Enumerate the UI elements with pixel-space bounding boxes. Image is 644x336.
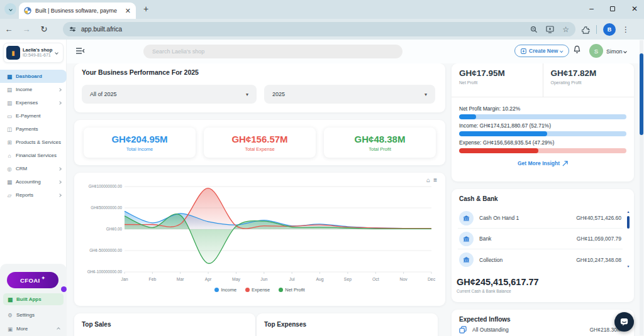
app-window: ▮ Laelia's shop ID:549-81-671 ▦Dashboard… [0, 40, 644, 336]
sidebar-item-more[interactable]: ▣More [3, 323, 64, 335]
app-header: Create New S Simon [67, 40, 644, 63]
expense-bar [459, 148, 626, 153]
total-income-value: GH¢204.95M [111, 134, 167, 144]
cash-bank-total-label: Current Cash & Bank Balance [457, 289, 539, 293]
cash-list-scrollbar[interactable]: ▲ ▼ [626, 210, 630, 268]
svg-text:Mar: Mar [177, 277, 184, 281]
sidebar: ▮ Laelia's shop ID:549-81-671 ▦Dashboard… [0, 40, 67, 336]
svg-text:Sep: Sep [344, 277, 352, 282]
operating-profit-block: GH¢17.82M Operating Profit [543, 63, 635, 97]
sidebar-item-financial-services[interactable]: ⌂Financial Services [0, 149, 67, 162]
sidebar-item-label: Settings [16, 312, 35, 318]
legend-item[interactable]: Expense [245, 287, 270, 293]
chevron-down-icon [9, 8, 13, 11]
zoom-icon[interactable] [530, 26, 538, 33]
page-scrollbar[interactable] [640, 40, 643, 335]
chat-widget-button[interactable] [614, 312, 634, 332]
sidebar-item-label: Expenses [16, 100, 38, 106]
expense-bar-label: Expense: GH¢156,568,935.54 (47.29%) [459, 139, 626, 146]
period-select-value: All of 2025 [90, 91, 117, 97]
window-minimize-button[interactable]: – [589, 5, 594, 13]
sidebar-item-dashboard[interactable]: ▦Dashboard [0, 70, 67, 83]
sidebar-item-built-apps[interactable]: ▦Built Apps [3, 293, 64, 305]
inflow-name: All Outstanding [472, 327, 509, 333]
shop-switcher[interactable]: ▮ Laelia's shop ID:549-81-671 [3, 43, 64, 63]
collapse-sidebar-icon[interactable] [75, 47, 85, 55]
sidebar-item-payments[interactable]: ◫Payments [0, 122, 67, 136]
scroll-down-icon[interactable]: ▼ [627, 265, 630, 268]
window-maximize-button[interactable] [610, 6, 615, 11]
install-app-icon[interactable] [546, 26, 554, 33]
page-title: Your Business Performance For 2025 [82, 68, 199, 76]
svg-text:GH¢100000000.00: GH¢100000000.00 [89, 184, 123, 188]
forward-button[interactable]: → [18, 24, 35, 34]
cash-account-row[interactable]: Bank GH¢11,059,007.79 [458, 229, 623, 249]
tab-title: Built | Business software, payme [35, 8, 117, 14]
cash-bank-card: Cash & Bank Cash On Hand 1 GH¢40,571,426… [452, 189, 634, 302]
top-sales-card: Top Sales [74, 313, 255, 336]
legend-item[interactable]: Net Profit [279, 287, 304, 293]
expected-inflow-row[interactable]: All Outstanding GH¢218.30M [459, 326, 621, 333]
top-sales-title: Top Sales [82, 321, 111, 328]
sidebar-item-income[interactable]: ▤Income [0, 83, 67, 96]
svg-text:GH¢0.00: GH¢0.00 [106, 227, 123, 231]
new-tab-button[interactable]: + [143, 4, 148, 14]
net-profit-margin-label: Net Profit Margin: 10.22% [459, 106, 626, 112]
cash-account-row[interactable]: Cash On Hand 1 GH¢40,571,426.60 [458, 208, 623, 229]
notifications-button[interactable] [573, 45, 581, 57]
create-icon [521, 48, 526, 54]
income-bar-label: Income: GH¢174,521,880.67 (52.71%) [459, 122, 626, 129]
sidebar-item-reports[interactable]: ▱Reports [0, 188, 67, 202]
create-new-button[interactable]: Create New [514, 45, 569, 57]
shop-logo: ▮ [6, 46, 20, 60]
browser-tab[interactable]: Built | Business software, payme ✕ [19, 3, 136, 19]
chevron-down-icon[interactable] [623, 50, 627, 53]
legend-item[interactable]: Income [214, 287, 236, 293]
scroll-up-icon[interactable]: ▲ [627, 210, 630, 214]
browser-profile-avatar[interactable]: B [603, 23, 616, 36]
search-input[interactable] [143, 45, 402, 58]
chat-bubble-icon [619, 317, 629, 327]
insight-icon [562, 161, 568, 166]
sidebar-item-epayment[interactable]: ▭E-Payment [0, 109, 67, 122]
sidebar-item-accounting[interactable]: ▦Accounting [0, 175, 67, 188]
legend-label: Net Profit [285, 287, 304, 293]
sidebar-nav: ▦Dashboard ▤Income ▥Expenses ▭E-Payment … [0, 70, 67, 202]
get-more-insight-link[interactable]: Get More Insight [459, 160, 626, 166]
sidebar-item-label: Dashboard [16, 73, 42, 79]
performance-chart-svg: GH¢100000000.00GH¢50000000.00GH¢0.00GH¢-… [74, 180, 438, 286]
sparkle-icon: ✦ [42, 276, 45, 281]
user-name[interactable]: Simon [606, 48, 623, 55]
create-new-label: Create New [529, 48, 558, 54]
site-settings-icon[interactable] [69, 26, 76, 33]
tab-search-button[interactable] [4, 3, 16, 15]
performance-chart-card: ⌂ ≡ GH¢100000000.00GH¢50000000.00GH¢0.00… [74, 173, 445, 306]
sidebar-item-crm[interactable]: ◎CRM [0, 162, 67, 175]
tab-close-icon[interactable]: ✕ [125, 8, 131, 14]
cash-account-row[interactable]: Collection GH¢10,247,348.08 [458, 249, 623, 270]
products-icon: ⊞ [6, 139, 13, 146]
sidebar-item-products-services[interactable]: ⊞Products & Services [0, 136, 67, 149]
chart-legend: IncomeExpenseNet Profit [74, 287, 445, 293]
extensions-icon[interactable] [582, 26, 590, 34]
scrollbar-thumb[interactable] [627, 216, 630, 229]
address-bar[interactable]: app.built.africa ☆ [63, 22, 575, 36]
sidebar-item-label: E-Payment [16, 113, 41, 119]
svg-text:Jun: Jun [260, 277, 267, 281]
total-profit-value: GH¢48.38M [355, 134, 406, 144]
period-select[interactable]: All of 2025▾ [82, 85, 257, 104]
sidebar-item-expenses[interactable]: ▥Expenses [0, 96, 67, 109]
user-avatar[interactable]: S [589, 44, 603, 58]
page-scrollbar-thumb[interactable] [640, 53, 643, 135]
year-select[interactable]: 2025▾ [264, 85, 435, 104]
bookmark-star-icon[interactable]: ☆ [562, 25, 569, 34]
back-button[interactable]: ← [0, 24, 18, 34]
browser-menu-icon[interactable]: ⋮ [622, 25, 630, 34]
sidebar-item-settings[interactable]: ⚙Settings [3, 309, 64, 321]
reload-button[interactable]: ↻ [35, 24, 53, 34]
bank-icon [459, 252, 474, 267]
window-close-button[interactable]: ✕ [631, 5, 638, 13]
chevron-down-icon: ▾ [425, 92, 427, 97]
cfoai-button[interactable]: CFOAI✦ [7, 272, 58, 288]
chevron-right-icon [58, 88, 62, 92]
